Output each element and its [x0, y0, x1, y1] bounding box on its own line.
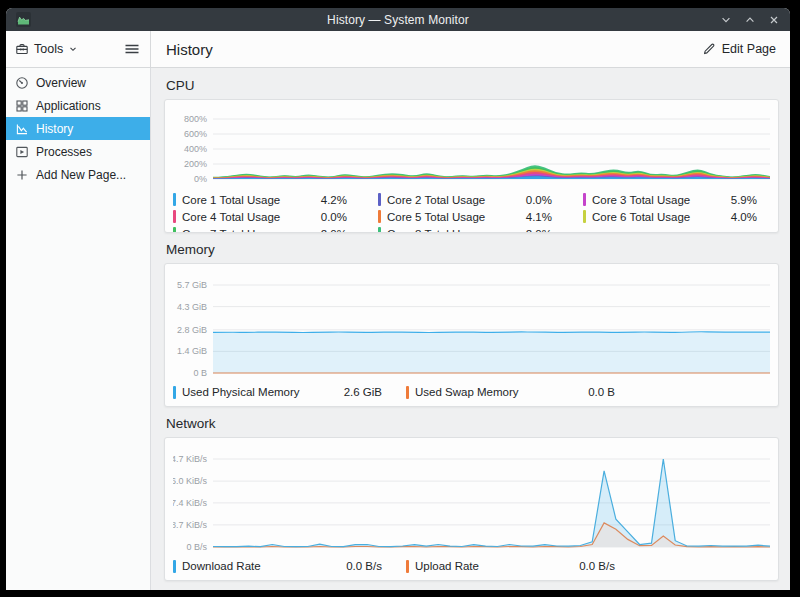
legend-value: 2.6 GiB — [344, 386, 396, 398]
legend-value: 2.0% — [321, 228, 361, 234]
section-title-cpu: CPU — [166, 78, 777, 93]
axis-tick-label: 0 B/s — [186, 542, 207, 552]
grid-icon — [15, 99, 29, 113]
legend-color-marker — [173, 560, 176, 573]
close-button[interactable] — [764, 11, 784, 29]
sidebar-item-history[interactable]: History — [6, 117, 150, 140]
legend-color-marker — [173, 210, 176, 223]
legend-item: Core 3 Total Usage5.9% — [583, 191, 771, 208]
sidebar-item-label: Add New Page... — [36, 168, 126, 182]
legend-value: 0.0% — [526, 194, 566, 206]
legend-value: 0.0% — [321, 211, 361, 223]
processes-icon — [15, 145, 29, 159]
legend-item: Download Rate0.0 B/s — [173, 557, 396, 575]
titlebar[interactable]: History — System Monitor — [6, 8, 790, 31]
legend-color-marker — [173, 386, 176, 399]
sidebar-item-label: Applications — [36, 99, 101, 113]
legend-value: 2.0% — [526, 228, 566, 234]
axis-tick-label: 600% — [184, 129, 207, 139]
gauge-icon — [15, 76, 29, 90]
network-chart: 34.7 KiB/s26.0 KiB/s17.4 KiB/s8.7 KiB/s0… — [173, 443, 772, 555]
legend-value: 0.0 B — [588, 386, 629, 398]
axis-tick-label: 4.3 GiB — [177, 302, 207, 312]
cpu-chart: 800%600%400%200%0% — [173, 105, 772, 189]
axis-tick-label: 26.0 KiB/s — [173, 476, 207, 486]
legend-item: Used Swap Memory0.0 B — [406, 383, 629, 401]
legend-item: Core 2 Total Usage0.0% — [378, 191, 566, 208]
axis-tick-label: 2.8 GiB — [177, 325, 207, 335]
legend-item: Core 7 Total Usage2.0% — [173, 225, 361, 233]
legend-label: Core 4 Total Usage — [182, 211, 280, 223]
hamburger-icon — [124, 42, 140, 56]
maximize-button[interactable] — [740, 11, 760, 29]
section-title-memory: Memory — [166, 242, 777, 257]
content-area: CPU800%600%400%200%0%Core 1 Total Usage4… — [151, 68, 790, 590]
edit-page-button[interactable]: Edit Page — [702, 42, 776, 56]
toolbox-icon — [15, 42, 29, 56]
axis-tick-label: 0 B — [193, 368, 207, 378]
legend-label: Core 5 Total Usage — [387, 211, 485, 223]
sidebar: OverviewApplicationsHistoryProcessesAdd … — [6, 68, 151, 590]
section-network: Network34.7 KiB/s26.0 KiB/s17.4 KiB/s8.7… — [164, 416, 777, 581]
pencil-icon — [702, 42, 716, 56]
legend-color-marker — [173, 193, 176, 206]
sidebar-item-processes[interactable]: Processes — [6, 140, 150, 163]
legend-label: Core 7 Total Usage — [182, 228, 280, 234]
legend-label: Core 1 Total Usage — [182, 194, 280, 206]
legend-item: Upload Rate0.0 B/s — [406, 557, 629, 575]
legend-color-marker — [173, 227, 176, 233]
tools-menu-button[interactable]: Tools — [15, 42, 78, 56]
legend-item: Used Physical Memory2.6 GiB — [173, 383, 396, 401]
legend-item: Core 5 Total Usage4.1% — [378, 208, 566, 225]
axis-tick-label: 34.7 KiB/s — [173, 454, 207, 464]
legend-label: Core 6 Total Usage — [592, 211, 690, 223]
legend-item: Core 6 Total Usage4.0% — [583, 208, 771, 225]
sidebar-item-applications[interactable]: Applications — [6, 94, 150, 117]
desktop-background: History — System Monitor To — [0, 0, 800, 597]
memory-legend: Used Physical Memory2.6 GiBUsed Swap Mem… — [173, 383, 771, 401]
page-header: History Edit Page — [151, 31, 790, 67]
legend-item: Core 8 Total Usage2.0% — [378, 225, 566, 233]
legend-label: Core 8 Total Usage — [387, 228, 485, 234]
legend-value: 4.0% — [731, 211, 771, 223]
window-controls — [716, 11, 784, 29]
axis-tick-label: 0% — [194, 174, 207, 184]
legend-label: Upload Rate — [415, 560, 479, 572]
page-title: History — [166, 41, 213, 58]
legend-label: Download Rate — [182, 560, 261, 572]
legend-value: 4.1% — [526, 211, 566, 223]
cpu-legend: Core 1 Total Usage4.2%Core 2 Total Usage… — [173, 191, 771, 233]
legend-color-marker — [406, 386, 409, 399]
window-title: History — System Monitor — [6, 13, 790, 27]
close-icon — [768, 14, 780, 26]
section-memory: Memory5.7 GiB4.3 GiB2.8 GiB1.4 GiB0 BUse… — [164, 242, 777, 407]
memory-card: 5.7 GiB4.3 GiB2.8 GiB1.4 GiB0 BUsed Phys… — [164, 263, 779, 407]
sidebar-item-label: Processes — [36, 145, 92, 159]
history-chart-icon — [15, 122, 29, 136]
sidebar-toolbar: Tools — [6, 31, 151, 67]
legend-item: Core 1 Total Usage4.2% — [173, 191, 361, 208]
network-card: 34.7 KiB/s26.0 KiB/s17.4 KiB/s8.7 KiB/s0… — [164, 437, 779, 581]
legend-color-marker — [378, 227, 381, 233]
legend-item: Core 4 Total Usage0.0% — [173, 208, 361, 225]
legend-color-marker — [583, 210, 586, 223]
axis-tick-label: 800% — [184, 114, 207, 124]
minimize-button[interactable] — [716, 11, 736, 29]
section-title-network: Network — [166, 416, 777, 431]
legend-label: Core 3 Total Usage — [592, 194, 690, 206]
legend-color-marker — [378, 210, 381, 223]
legend-label: Used Swap Memory — [415, 386, 519, 398]
sidebar-item-label: Overview — [36, 76, 86, 90]
axis-tick-label: 200% — [184, 159, 207, 169]
legend-label: Used Physical Memory — [182, 386, 300, 398]
cpu-card: 800%600%400%200%0%Core 1 Total Usage4.2%… — [164, 99, 779, 233]
legend-value: 5.9% — [731, 194, 771, 206]
hamburger-menu-button[interactable] — [124, 42, 140, 56]
app-window: History — System Monitor To — [6, 8, 790, 590]
chevron-down-icon — [68, 44, 78, 54]
sidebar-item-add-new-page[interactable]: Add New Page... — [6, 163, 150, 186]
axis-tick-label: 1.4 GiB — [177, 346, 207, 356]
legend-label: Core 2 Total Usage — [387, 194, 485, 206]
sidebar-item-overview[interactable]: Overview — [6, 71, 150, 94]
tools-label: Tools — [34, 42, 63, 56]
